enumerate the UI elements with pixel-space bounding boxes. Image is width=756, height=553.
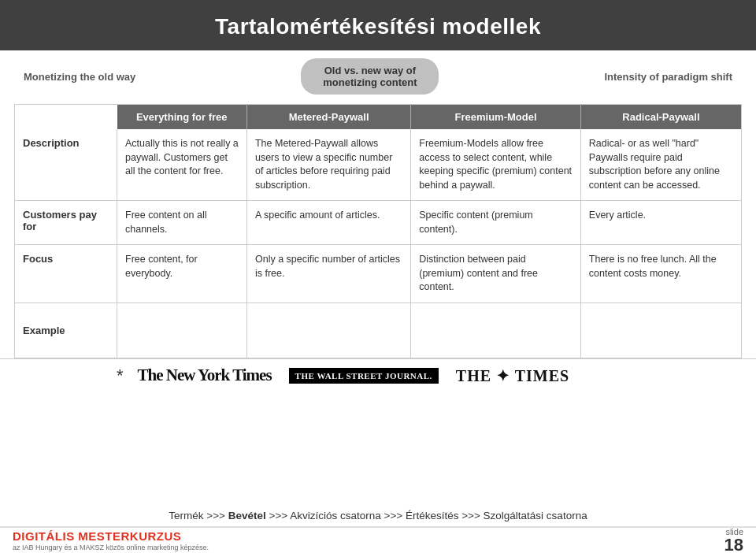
page-title: Tartalomértékesítési modellek <box>0 0 756 50</box>
cell-example-everything <box>117 302 247 358</box>
cell-description-radical: Radical- or as well "hard" Paywalls requ… <box>580 129 741 201</box>
col-header-everything: Everything for free <box>117 105 247 130</box>
subheader-right: Intensity of paradigm shift <box>604 71 732 83</box>
cell-focus-metered: Only a specific number of articles is fr… <box>246 245 410 303</box>
slide-number-value: 18 <box>724 536 743 553</box>
cell-example-freemium <box>411 302 581 358</box>
footer-logo: DIGITÁLIS MESTERKURZUS az IAB Hungary és… <box>13 529 209 551</box>
row-label-focus: Focus <box>15 245 117 303</box>
cell-description-everything: Actually this is not really a paywall. C… <box>117 129 247 201</box>
main-table: Everything for free Metered-Paywall Free… <box>14 104 742 358</box>
subheader-center: Old vs. new way of monetizing content <box>301 58 439 95</box>
cell-pay-metered: A specific amount of articles. <box>246 201 410 245</box>
main-table-wrap: Everything for free Metered-Paywall Free… <box>0 104 756 358</box>
sub-header: Monetizing the old way Old vs. new way o… <box>0 50 756 101</box>
cell-focus-everything: Free content, for everybody. <box>117 245 247 303</box>
cell-pay-radical: Every article. <box>580 201 741 245</box>
cell-focus-radical: There is no free lunch. All the content … <box>580 245 741 303</box>
cell-example-radical <box>580 302 741 358</box>
logos-row: * The New York Times THE WALL STREET JOU… <box>0 358 756 391</box>
row-label-customers-pay: Customers pay for <box>15 201 117 245</box>
footer: DIGITÁLIS MESTERKURZUS az IAB Hungary és… <box>0 526 756 553</box>
cell-pay-everything: Free content on all channels. <box>117 201 247 245</box>
footer-sub-text: az IAB Hungary és a MAKSZ közös online m… <box>13 544 209 551</box>
cell-description-freemium: Freemium-Models allow free access to sel… <box>411 129 581 201</box>
cell-focus-freemium: Distinction between paid (premium) conte… <box>411 245 581 303</box>
title-text: Tartalomértékesítési modellek <box>215 14 541 39</box>
wsj-logo: THE WALL STREET JOURNAL. <box>289 368 439 384</box>
row-label-example: Example <box>15 302 117 358</box>
row-focus: Focus Free content, for everybody. Only … <box>15 245 742 303</box>
row-description: Description Actually this is not really … <box>15 129 742 201</box>
slide-number: slide 18 <box>724 527 743 553</box>
footer-logo-text: DIGITÁLIS MESTERKURZUS <box>13 529 209 543</box>
cell-description-metered: The Metered-Paywall allows users to view… <box>246 129 410 201</box>
col-header-freemium: Freemium-Model <box>411 105 581 130</box>
cell-example-metered <box>246 302 410 358</box>
row-example: Example <box>15 302 742 358</box>
cell-pay-freemium: Specific content (premium content). <box>411 201 581 245</box>
star-symbol: * <box>117 366 124 386</box>
times-logo: THE ✦ TIMES <box>456 366 569 385</box>
row-customers-pay: Customers pay for Free content on all ch… <box>15 201 742 245</box>
row-label-description: Description <box>15 129 117 201</box>
nyt-logo: The New York Times <box>138 366 272 385</box>
subheader-left: Monetizing the old way <box>24 71 135 83</box>
col-header-radical: Radical-Paywall <box>580 105 741 130</box>
breadcrumb: Termék >>> Bevétel >>> Akvizíciós csator… <box>0 507 756 525</box>
page: Tartalomértékesítési modellek Monetizing… <box>0 0 756 553</box>
col-header-metered: Metered-Paywall <box>246 105 410 130</box>
breadcrumb-bold: Bevétel <box>228 510 266 521</box>
